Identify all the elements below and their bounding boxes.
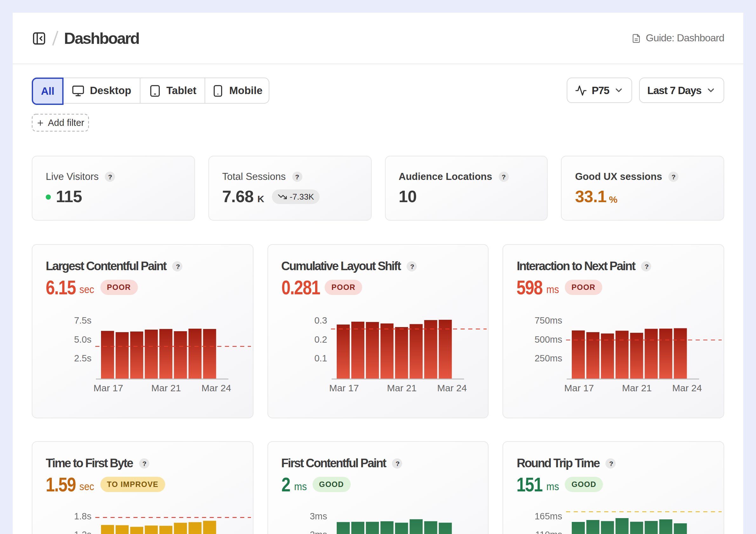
svg-text:1.2s: 1.2s	[74, 529, 92, 534]
svg-text:0.2: 0.2	[314, 334, 327, 345]
svg-text:750ms: 750ms	[535, 315, 562, 325]
svg-text:Mar 17: Mar 17	[94, 383, 123, 393]
svg-text:3ms: 3ms	[310, 511, 327, 521]
svg-text:0.3: 0.3	[314, 315, 327, 325]
svg-text:Mar 17: Mar 17	[564, 383, 594, 393]
svg-text:7.5s: 7.5s	[74, 315, 92, 325]
svg-text:110ms: 110ms	[535, 529, 562, 534]
svg-text:250ms: 250ms	[535, 353, 562, 363]
svg-text:5.0s: 5.0s	[74, 334, 92, 345]
svg-text:165ms: 165ms	[535, 511, 562, 521]
svg-text:1.8s: 1.8s	[74, 511, 92, 521]
svg-text:2.5s: 2.5s	[74, 353, 92, 363]
svg-text:0.1: 0.1	[314, 353, 327, 363]
svg-text:Mar 21: Mar 21	[151, 383, 181, 393]
svg-text:Mar 24: Mar 24	[202, 383, 231, 393]
svg-text:Mar 21: Mar 21	[387, 383, 417, 393]
svg-text:Mar 17: Mar 17	[329, 383, 359, 393]
svg-text:Mar 24: Mar 24	[437, 383, 467, 393]
svg-text:2ms: 2ms	[310, 529, 327, 534]
svg-text:Mar 21: Mar 21	[622, 383, 652, 393]
svg-text:Mar 24: Mar 24	[672, 383, 702, 393]
svg-text:500ms: 500ms	[535, 334, 562, 345]
